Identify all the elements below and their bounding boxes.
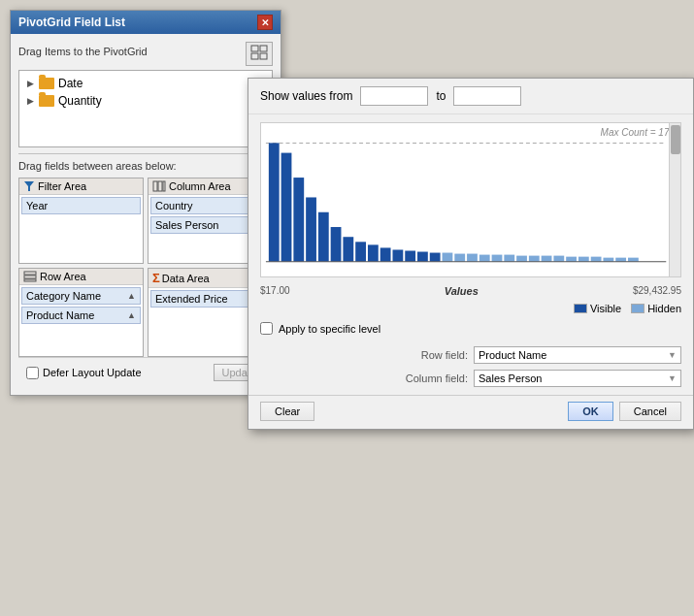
range-dialog: Show values from to Max Count = 176 <box>248 78 694 430</box>
svg-rect-30 <box>492 255 503 262</box>
svg-rect-3 <box>260 53 267 59</box>
row-area-content: Category Name ▲ Product Name ▲ <box>19 285 143 353</box>
row-field-dropdown[interactable]: Product Name ▼ <box>474 346 681 364</box>
svg-rect-39 <box>603 258 613 262</box>
clear-button[interactable]: Clear <box>260 402 314 421</box>
svg-rect-18 <box>343 237 353 261</box>
svg-rect-7 <box>163 181 165 191</box>
range-to-input[interactable] <box>453 86 521 106</box>
svg-rect-10 <box>24 279 36 281</box>
row-area-header: Row Area <box>19 269 143 285</box>
range-header-row: Show values from to <box>248 79 693 114</box>
svg-rect-20 <box>368 244 379 261</box>
field-date-label: Date <box>58 77 83 90</box>
chart-value-labels: $17.00 Values $29,432.95 <box>248 285 693 297</box>
apply-level-checkbox[interactable] <box>260 322 273 335</box>
visible-label: Visible <box>590 303 621 314</box>
list-item[interactable]: Category Name ▲ <box>21 287 141 305</box>
chart-area: Max Count = 176 <box>260 122 681 277</box>
folder-icon-date <box>39 78 54 89</box>
svg-rect-33 <box>529 256 540 262</box>
column-field-label: Column field: <box>260 373 468 384</box>
svg-rect-25 <box>430 253 441 262</box>
apply-level-row: Apply to specific level <box>248 320 693 342</box>
filter-icon <box>23 180 35 192</box>
folder-icon-quantity <box>39 95 54 107</box>
max-count-label: Max Count = 176 <box>601 127 675 138</box>
list-item[interactable]: ▶ Date <box>23 75 268 92</box>
svg-rect-9 <box>24 276 36 278</box>
min-value-label: $17.00 <box>260 285 290 297</box>
range-chart <box>261 123 680 276</box>
dialog-footer: Clear OK Cancel <box>248 395 693 429</box>
svg-rect-41 <box>628 258 639 262</box>
row-item-product: Product Name <box>26 309 94 321</box>
column-item-country: Country <box>155 200 193 211</box>
data-area-label: Data Area <box>162 273 210 284</box>
svg-rect-38 <box>591 257 602 262</box>
pivot-close-button[interactable]: ✕ <box>257 15 273 30</box>
svg-rect-13 <box>281 153 292 262</box>
svg-rect-40 <box>615 258 626 262</box>
show-values-from-label: Show values from <box>260 89 352 103</box>
legend-row: Visible Hidden <box>248 301 693 320</box>
visible-swatch <box>574 304 587 313</box>
svg-rect-21 <box>380 247 391 261</box>
svg-rect-23 <box>405 250 415 261</box>
ok-button[interactable]: OK <box>568 402 613 421</box>
field-list-header: Drag Items to the PivotGrid <box>18 42 273 66</box>
svg-rect-15 <box>306 197 316 261</box>
hidden-swatch <box>631 304 644 313</box>
footer-left: Clear <box>260 402 314 421</box>
areas-hint: Drag fields between areas below: <box>18 160 273 172</box>
svg-rect-36 <box>566 257 577 262</box>
filter-area-header: Filter Area <box>19 178 143 195</box>
data-item-extended-price: Extended Price <box>155 293 228 305</box>
svg-rect-14 <box>293 178 304 262</box>
layout-toggle-button[interactable] <box>246 42 273 66</box>
svg-rect-27 <box>454 254 465 262</box>
field-quantity-label: Quantity <box>58 94 102 108</box>
fields-row: Row field: Product Name ▼ Column field: … <box>248 342 693 395</box>
list-item[interactable]: ▶ Quantity <box>23 92 268 110</box>
to-label: to <box>436 89 446 103</box>
svg-rect-37 <box>578 257 589 262</box>
column-area-icon <box>152 180 166 192</box>
apply-level-label[interactable]: Apply to specific level <box>279 323 380 335</box>
svg-rect-28 <box>467 254 478 262</box>
pivot-dialog-title: PivotGrid Field List <box>18 16 125 29</box>
svg-rect-1 <box>260 46 267 51</box>
svg-rect-35 <box>553 256 564 262</box>
legend-visible: Visible <box>574 303 621 314</box>
defer-label[interactable]: Defer Layout Update <box>43 367 142 378</box>
areas-grid: Filter Area Year <box>18 178 273 357</box>
pivot-dialog-titlebar: PivotGrid Field List ✕ <box>11 11 281 34</box>
filter-item-year: Year <box>26 200 48 211</box>
row-area-label: Row Area <box>40 271 86 282</box>
row-area-box: Row Area Category Name ▲ Product Name ▲ <box>18 268 144 357</box>
column-field-dropdown[interactable]: Sales Person ▼ <box>474 370 681 387</box>
sort-arrow-category: ▲ <box>127 291 136 301</box>
svg-rect-8 <box>24 272 36 275</box>
pivot-dialog: PivotGrid Field List ✕ Drag Items to the… <box>10 10 281 396</box>
list-item[interactable]: Product Name ▲ <box>21 307 141 324</box>
svg-rect-5 <box>153 181 157 191</box>
svg-rect-31 <box>504 255 514 262</box>
hidden-label: Hidden <box>647 303 681 314</box>
list-item[interactable]: Year <box>21 197 141 214</box>
svg-rect-32 <box>516 256 527 262</box>
svg-rect-2 <box>251 53 258 59</box>
cancel-button[interactable]: Cancel <box>619 402 681 421</box>
chart-scrollbar[interactable] <box>669 123 680 276</box>
bottom-bar: Defer Layout Update Upda... <box>18 357 273 387</box>
range-from-input[interactable] <box>360 86 428 106</box>
column-field-arrow: ▼ <box>668 373 677 383</box>
row-area-icon <box>23 271 37 282</box>
row-field-value: Product Name <box>479 349 546 361</box>
svg-rect-6 <box>158 181 162 191</box>
divider <box>18 153 273 154</box>
defer-checkbox[interactable] <box>26 367 39 379</box>
svg-rect-12 <box>269 143 280 261</box>
svg-rect-0 <box>251 46 258 51</box>
field-list-area: ▶ Date ▶ Quantity <box>18 70 273 147</box>
